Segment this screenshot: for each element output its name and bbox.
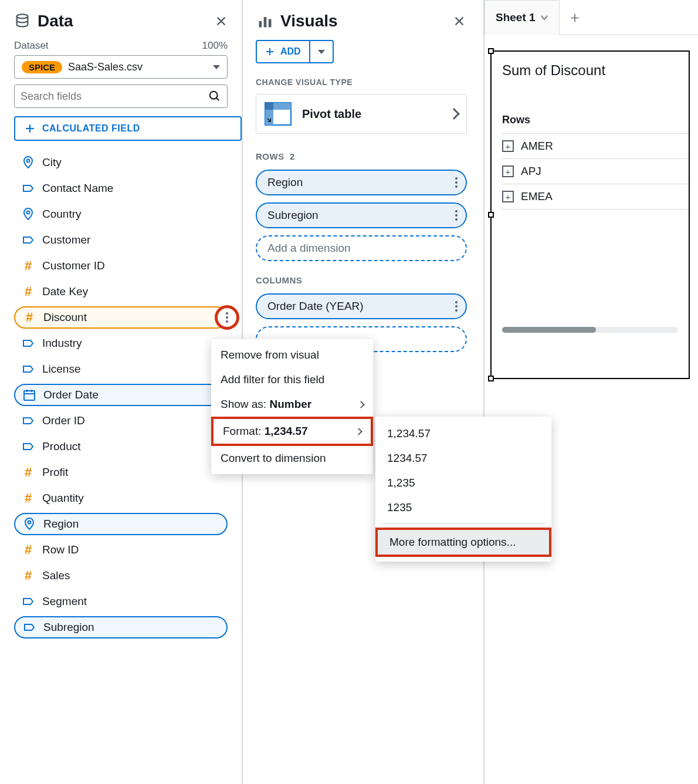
pivot-row-label: EMEA [521,190,553,203]
svg-line-4 [216,98,219,101]
add-visual-dropdown[interactable] [310,40,334,63]
more-options-icon[interactable] [455,301,458,312]
field-item[interactable]: Industry [14,332,228,354]
change-type-label: CHANGE VISUAL TYPE [256,77,467,87]
field-item[interactable]: Segment [14,590,228,613]
field-item[interactable]: Subregion [14,616,228,638]
svg-point-8 [27,211,30,214]
chevron-right-icon [448,108,460,120]
pin-icon [21,156,35,170]
tag-icon [21,181,35,195]
more-formatting-options[interactable]: More formatting options... [375,528,551,557]
pivot-row[interactable]: +APJ [502,159,689,184]
context-menu-item[interactable]: Convert to dimension [211,446,373,471]
dataset-name: SaaS-Sales.csv [68,61,207,73]
field-label: Subregion [43,621,94,634]
field-item[interactable]: City [14,151,228,174]
format-submenu: 1,234.571234.571,2351235More formatting … [375,417,551,562]
visual-type-selector[interactable]: Pivot table [256,94,467,134]
dataset-dropdown[interactable]: SPICE SaaS-Sales.csv [14,55,228,79]
visual-frame[interactable]: Sum of Discount Rows +AMER+APJ+EMEA [490,50,690,379]
search-input[interactable] [21,90,204,103]
sheet-panel: Sheet 1 ＋ Sum of Discount Rows +AMER+APJ… [484,0,698,784]
field-item[interactable]: Product [14,435,228,458]
field-label: City [42,156,62,169]
database-icon [14,13,31,29]
add-visual-button[interactable]: ADD [256,40,310,63]
rows-placeholder[interactable]: Add a dimension [256,235,467,261]
format-option[interactable]: 1235 [375,495,551,520]
column-pill[interactable]: Order Date (YEAR) [256,293,467,319]
more-options-button[interactable] [215,305,239,330]
hash-icon: # [21,259,35,273]
sheet-tab[interactable]: Sheet 1 [484,0,560,35]
svg-point-7 [27,160,30,163]
format-option[interactable]: 1234.57 [375,446,551,471]
close-icon[interactable] [453,15,466,28]
svg-point-0 [17,14,28,18]
field-label: Row ID [42,543,79,556]
field-item[interactable]: Region [14,513,228,535]
caret-down-icon [318,50,325,54]
field-item[interactable]: License [14,358,228,380]
pivot-rows-header: Rows [502,114,689,134]
zoom-level: 100% [202,40,228,52]
resize-handle[interactable] [488,48,494,54]
pivot-row[interactable]: +EMEA [502,184,689,209]
hash-icon: # [21,465,35,479]
field-item[interactable]: #Sales [14,565,228,587]
field-item[interactable]: #Quantity [14,487,228,509]
row-pill[interactable]: Region [256,170,467,195]
more-options-icon[interactable] [455,210,458,221]
add-sheet-button[interactable]: ＋ [560,7,590,28]
visuals-panel-title: Visuals [280,12,446,31]
format-option[interactable]: 1,234.57 [375,421,551,446]
tag-icon [21,594,35,609]
field-item[interactable]: #Discount [14,306,228,329]
field-item[interactable]: Order Date [14,384,228,406]
field-item[interactable]: #Date Key [14,281,228,303]
pivot-row[interactable]: +AMER [502,134,689,159]
context-menu-item[interactable]: Format: 1,234.57 [211,417,373,446]
search-fields[interactable] [14,85,228,108]
hash-icon: # [21,285,35,299]
field-item[interactable]: #Row ID [14,539,228,561]
visual-title[interactable]: Sum of Discount [502,62,689,79]
chevron-right-icon [355,428,362,435]
rows-well-label: ROWS 2 [256,151,467,161]
field-item[interactable]: Contact Name [14,177,228,200]
more-options-icon[interactable] [455,177,458,188]
hash-icon: # [21,569,35,583]
pivot-row-label: APJ [521,165,541,178]
chevron-down-icon [540,15,548,21]
field-label: Country [42,208,82,221]
resize-handle[interactable] [488,376,494,381]
tag-icon [21,233,35,247]
context-menu-item[interactable]: Remove from visual [211,343,373,367]
field-item[interactable]: #Profit [14,461,228,484]
tag-icon [21,440,35,454]
resize-handle[interactable] [488,212,494,218]
context-menu-item[interactable]: Show as: Number [211,392,373,417]
row-pill[interactable]: Subregion [256,202,467,228]
expand-icon[interactable]: + [502,165,514,177]
svg-rect-16 [269,19,272,28]
field-item[interactable]: Customer [14,229,228,251]
context-menu-item[interactable]: Add filter for this field [211,367,373,392]
field-item[interactable]: #Customer ID [14,255,228,277]
horizontal-scrollbar[interactable] [502,327,678,333]
field-item[interactable]: Country [14,203,228,225]
expand-icon[interactable]: + [502,191,514,202]
field-item[interactable]: Order ID [14,410,228,432]
format-option[interactable]: 1,235 [375,471,551,495]
field-label: Contact Name [42,182,113,195]
field-label: Discount [43,311,87,324]
close-icon[interactable] [215,15,228,28]
calculated-field-button[interactable]: CALCULATED FIELD [14,116,242,141]
hash-icon: # [21,491,35,505]
field-label: Region [43,518,79,530]
field-label: Order Date [43,388,99,401]
expand-icon[interactable]: + [502,140,514,152]
svg-rect-24 [265,103,273,110]
svg-rect-9 [24,391,35,400]
